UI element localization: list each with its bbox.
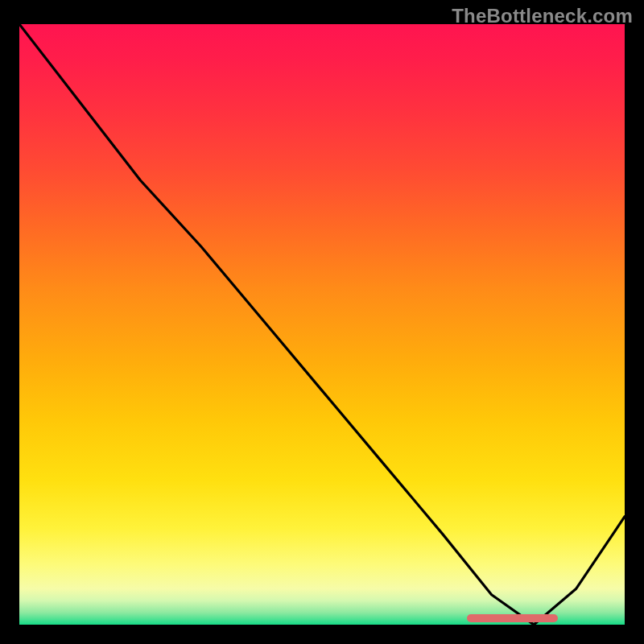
chart-frame: TheBottleneck.com [0, 0, 644, 644]
line-curve [19, 24, 625, 625]
curve-path [19, 24, 625, 625]
plot-area [19, 24, 625, 625]
optimum-marker [467, 614, 558, 622]
